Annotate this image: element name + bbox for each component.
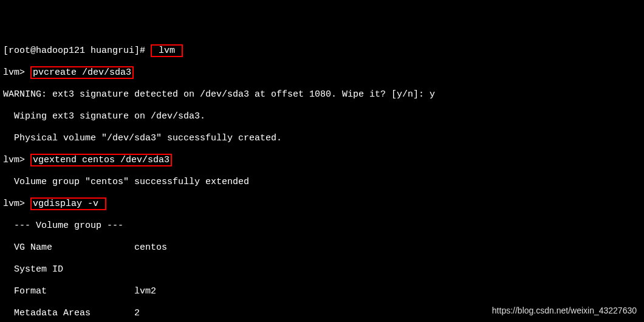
row-vg-name: VG Name centos: [3, 242, 641, 253]
key: System ID: [3, 264, 129, 275]
lvm-line-vgextend: lvm> vgextend centos /dev/sda3: [3, 155, 641, 166]
pv-created-line: Physical volume "/dev/sda3" successfully…: [3, 133, 641, 144]
lvm-line-pvcreate: lvm> pvcreate /dev/sda3: [3, 67, 641, 78]
key: VG Name: [3, 242, 129, 253]
lvm-line-vgdisplay: lvm> vgdisplay -v: [3, 199, 641, 210]
row-system-id: System ID: [3, 264, 641, 275]
shell-prompt-line: [root@hadoop121 huangrui]# lvm: [3, 46, 641, 57]
lvm-prompt: lvm>: [3, 155, 30, 165]
warning-line: WARNING: ext3 signature detected on /dev…: [3, 89, 641, 100]
lvm-prompt: lvm>: [3, 67, 30, 78]
vg-header: --- Volume group ---: [3, 221, 641, 231]
val: 2: [129, 308, 140, 318]
watermark: https://blog.csdn.net/weixin_43227630: [492, 306, 637, 316]
key: Format: [3, 286, 129, 296]
cmd-vgdisplay: vgdisplay -v: [30, 197, 106, 210]
lvm-prompt: lvm>: [3, 199, 30, 209]
row-format: Format lvm2: [3, 286, 641, 297]
wiping-line: Wiping ext3 signature on /dev/sda3.: [3, 111, 641, 122]
shell-prompt: [root@hadoop121 huangrui]#: [3, 46, 151, 56]
cmd-vgextend: vgextend centos /dev/sda3: [30, 154, 172, 166]
cmd-pvcreate: pvcreate /dev/sda3: [30, 66, 134, 79]
cmd-lvm: lvm: [151, 44, 183, 57]
val: lvm2: [129, 286, 156, 296]
vg-extended-line: Volume group "centos" successfully exten…: [3, 177, 641, 188]
key: Metadata Areas: [3, 308, 129, 318]
val: centos: [129, 242, 167, 253]
